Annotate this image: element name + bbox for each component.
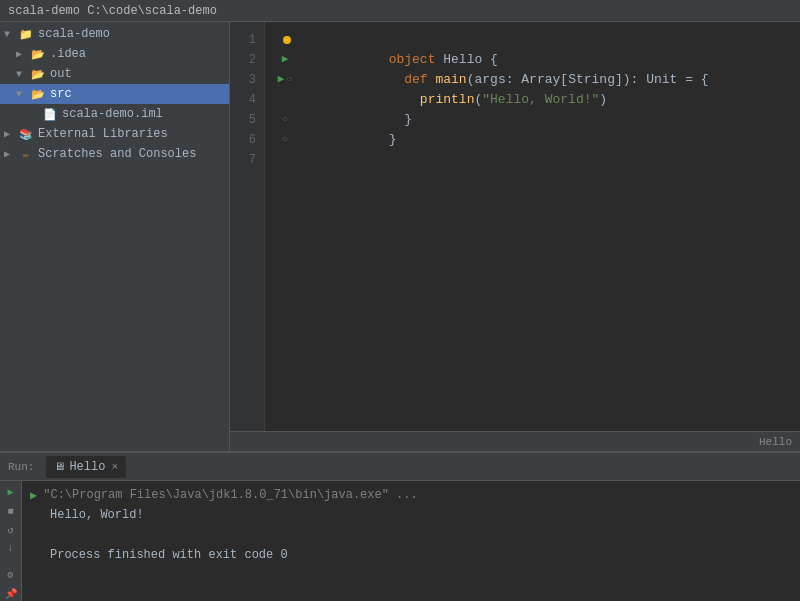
line-num-5: 5	[230, 110, 264, 130]
main-area: ▼ 📁 scala-demo ▶ 📂 .idea ▼ 📂 out ▼ 📂 src…	[0, 22, 800, 451]
bottom-left-toolbar: ▶ ■ ↺ ↓ ⚙ 📌	[0, 481, 22, 601]
sidebar-item-ext-lib[interactable]: ▶ 📚 External Libraries	[0, 124, 229, 144]
folder-icon: 📂	[30, 46, 46, 62]
line-num-4: 4	[230, 90, 264, 110]
stop-button[interactable]: ■	[2, 504, 20, 519]
sidebar-item-scala-demo[interactable]: ▼ 📁 scala-demo	[0, 24, 229, 44]
sidebar: ▼ 📁 scala-demo ▶ 📂 .idea ▼ 📂 out ▼ 📂 src…	[0, 22, 230, 451]
fold-close-icon[interactable]: ○	[282, 112, 288, 128]
console-cmd-text: "C:\Program Files\Java\jdk1.8.0_71\bin\j…	[43, 488, 417, 502]
console-icon: 🖥	[54, 460, 65, 473]
sidebar-label-scratch: Scratches and Consoles	[38, 147, 196, 161]
bottom-tabs: Run: 🖥 Hello ×	[0, 453, 800, 481]
line-num-1: 1	[230, 30, 264, 50]
title-bar: scala-demo C:\code\scala-demo	[0, 0, 800, 22]
folder-open-icon: 📂	[30, 66, 46, 82]
run-button[interactable]: ▶	[2, 485, 20, 500]
run-label: Run:	[8, 461, 34, 473]
arrow-icon: ▶	[4, 148, 16, 160]
arrow-icon: ▶	[16, 48, 28, 60]
sidebar-label-src: src	[50, 87, 72, 101]
console-run-icon: ▶	[30, 488, 37, 503]
arrow-icon: ▼	[16, 69, 28, 80]
gutter-6[interactable]: ○	[275, 132, 295, 148]
bottom-content: ▶ "C:\Program Files\Java\jdk1.8.0_71\bin…	[22, 481, 800, 601]
bottom-panel: Run: 🖥 Hello × ▶ ■ ↺ ↓ ⚙ 📌 ▶ "C:\Program…	[0, 451, 800, 601]
sidebar-label-out: out	[50, 67, 72, 81]
editor-content[interactable]: 1 2 3 4 5 6 7	[230, 22, 800, 431]
code-line-6: ○ }	[275, 130, 800, 150]
console-line-2: Hello, World!	[22, 505, 800, 525]
code-line-7	[275, 150, 800, 170]
project-icon: 📁	[18, 26, 34, 42]
console-line-3	[22, 525, 800, 545]
sidebar-label-ext-lib: External Libraries	[38, 127, 168, 141]
line-num-2: 2	[230, 50, 264, 70]
scratch-icon: ✏️	[18, 146, 34, 162]
run-icon[interactable]: ▶	[282, 51, 289, 68]
pin-button[interactable]: 📌	[2, 586, 20, 601]
console-output-text: Hello, World!	[30, 508, 144, 522]
run-icon[interactable]: ▶	[278, 71, 285, 88]
sidebar-item-out[interactable]: ▼ 📂 out	[0, 64, 229, 84]
bottom-tab-hello[interactable]: 🖥 Hello ×	[46, 456, 126, 478]
console-line-4: Process finished with exit code 0	[22, 545, 800, 565]
file-icon: 📄	[42, 106, 58, 122]
sidebar-label-iml: scala-demo.iml	[62, 107, 163, 121]
sidebar-label-idea: .idea	[50, 47, 86, 61]
line-numbers: 1 2 3 4 5 6 7	[230, 22, 265, 431]
gutter-5[interactable]: ○	[275, 112, 295, 128]
scroll-end-button[interactable]: ↓	[2, 541, 20, 556]
sidebar-item-iml[interactable]: ▶ 📄 scala-demo.iml	[0, 104, 229, 124]
console-process-text: Process finished with exit code 0	[30, 548, 288, 562]
bottom-tab-label: Hello	[69, 460, 105, 474]
bottom-main: ▶ ■ ↺ ↓ ⚙ 📌 ▶ "C:\Program Files\Java\jdk…	[0, 481, 800, 601]
console-line-1: ▶ "C:\Program Files\Java\jdk1.8.0_71\bin…	[22, 485, 800, 505]
arrow-icon: ▼	[16, 89, 28, 100]
lib-icon: 📚	[18, 126, 34, 142]
title-text: scala-demo C:\code\scala-demo	[8, 4, 217, 18]
sidebar-item-idea[interactable]: ▶ 📂 .idea	[0, 44, 229, 64]
fold-icon[interactable]: ○	[286, 72, 292, 88]
line-num-6: 6	[230, 130, 264, 150]
editor-footer: Hello	[230, 431, 800, 451]
hint-dot-icon	[283, 36, 291, 44]
editor-area: 1 2 3 4 5 6 7	[230, 22, 800, 451]
gutter-2[interactable]: ▶	[275, 51, 295, 68]
sidebar-label-scala-demo: scala-demo	[38, 27, 110, 41]
tab-close-icon[interactable]: ×	[111, 461, 118, 473]
line-num-7: 7	[230, 150, 264, 170]
arrow-icon: ▼	[4, 29, 16, 40]
settings-button[interactable]: ⚙	[2, 568, 20, 583]
fold-close-icon-2[interactable]: ○	[282, 132, 288, 148]
sidebar-item-src[interactable]: ▼ 📂 src	[0, 84, 229, 104]
arrow-icon: ▶	[4, 128, 16, 140]
folder-open-icon: 📂	[30, 86, 46, 102]
editor-filename: Hello	[759, 436, 792, 448]
gutter-3[interactable]: ▶ ○	[275, 71, 295, 88]
gutter-1	[275, 36, 295, 44]
sidebar-item-scratch[interactable]: ▶ ✏️ Scratches and Consoles	[0, 144, 229, 164]
rerun-button[interactable]: ↺	[2, 522, 20, 537]
line-num-3: 3	[230, 70, 264, 90]
code-area[interactable]: ▶ object Hello { ▶ ○ def main(args: Arra…	[265, 22, 800, 431]
